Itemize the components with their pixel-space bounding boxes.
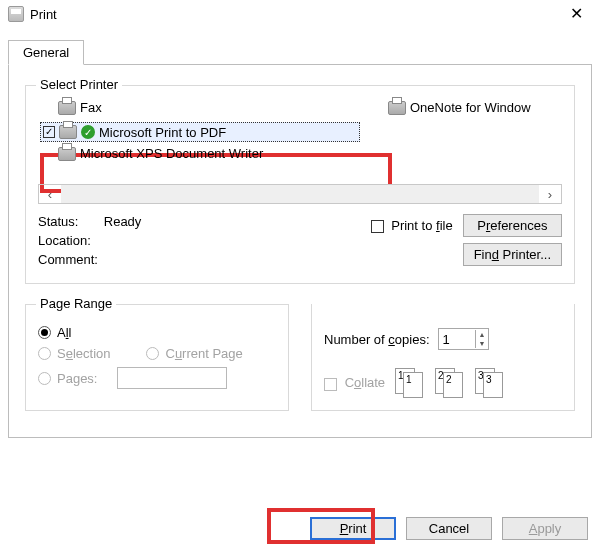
- cancel-button[interactable]: Cancel: [406, 517, 492, 540]
- printer-icon: [58, 147, 76, 161]
- comment-label: Comment:: [38, 252, 371, 267]
- tab-general[interactable]: General: [8, 40, 84, 65]
- radio-current-label: Current Page: [165, 346, 242, 361]
- radio-all[interactable]: All: [38, 325, 276, 340]
- printer-label: Fax: [80, 100, 102, 115]
- spinner-up-icon[interactable]: ▲: [476, 330, 489, 339]
- printer-icon: [59, 125, 77, 139]
- group-select-printer: Select Printer Fax ✓ ✓ Microsoft Print t…: [25, 85, 575, 284]
- printer-item-mspdf[interactable]: ✓ ✓ Microsoft Print to PDF: [40, 122, 360, 142]
- close-button[interactable]: ✕: [560, 6, 592, 22]
- check-icon: ✓: [43, 126, 55, 138]
- radio-pages-label: Pages:: [57, 371, 97, 386]
- pdf-badge-icon: ✓: [81, 125, 95, 139]
- spinner-down-icon[interactable]: ▼: [476, 339, 489, 348]
- location-label: Location:: [38, 233, 371, 248]
- scroll-right-icon[interactable]: ›: [539, 187, 561, 202]
- radio-all-label: All: [57, 325, 71, 340]
- radio-selection-label: Selection: [57, 346, 110, 361]
- copies-input[interactable]: [439, 332, 475, 347]
- checkbox-icon: [371, 220, 384, 233]
- collate-preview-icon: 22: [435, 368, 465, 398]
- status-value: Ready: [104, 214, 142, 229]
- apply-button: Apply: [502, 517, 588, 540]
- group-page-range: Page Range All Selection Current Page Pa…: [25, 304, 289, 411]
- printer-label: Microsoft XPS Document Writer: [80, 146, 263, 161]
- printer-item-fax[interactable]: Fax: [58, 100, 102, 115]
- printer-item-onenote[interactable]: OneNote for Window: [388, 100, 531, 115]
- legend-select-printer: Select Printer: [36, 77, 122, 92]
- scroll-track[interactable]: [61, 185, 539, 203]
- status-label: Status:: [38, 214, 78, 229]
- printer-label: OneNote for Window: [410, 100, 531, 115]
- printer-icon: [388, 101, 406, 115]
- printer-list-scrollbar[interactable]: ‹ ›: [38, 184, 562, 204]
- collate-preview-icon: 11: [395, 368, 425, 398]
- collate-label: Collate: [345, 375, 385, 390]
- scroll-left-icon[interactable]: ‹: [39, 187, 61, 202]
- window-title: Print: [30, 7, 560, 22]
- copies-spinner[interactable]: ▲ ▼: [438, 328, 490, 350]
- radio-icon: [38, 372, 51, 385]
- printer-list: Fax ✓ ✓ Microsoft Print to PDF Microsoft…: [38, 100, 562, 178]
- printer-item-xps[interactable]: Microsoft XPS Document Writer: [58, 146, 263, 161]
- legend-page-range: Page Range: [36, 296, 116, 311]
- printer-app-icon: [8, 6, 24, 22]
- radio-icon: [38, 347, 51, 360]
- group-copies: Number of copies: ▲ ▼ Collate 11: [311, 304, 575, 411]
- copies-label: Number of copies:: [324, 332, 430, 347]
- print-to-file-checkbox[interactable]: Print to file: [371, 218, 453, 233]
- printer-icon: [58, 101, 76, 115]
- print-button[interactable]: Print: [310, 517, 396, 540]
- collate-checkbox: Collate: [324, 375, 385, 390]
- find-printer-button[interactable]: Find Printer...: [463, 243, 562, 266]
- radio-icon: [146, 347, 159, 360]
- collate-preview-icon: 33: [475, 368, 505, 398]
- print-to-file-label: Print to file: [391, 218, 452, 233]
- pages-input[interactable]: [117, 367, 227, 389]
- preferences-button[interactable]: Preferences: [463, 214, 562, 237]
- checkbox-icon: [324, 378, 337, 391]
- radio-icon: [38, 326, 51, 339]
- printer-label: Microsoft Print to PDF: [99, 125, 226, 140]
